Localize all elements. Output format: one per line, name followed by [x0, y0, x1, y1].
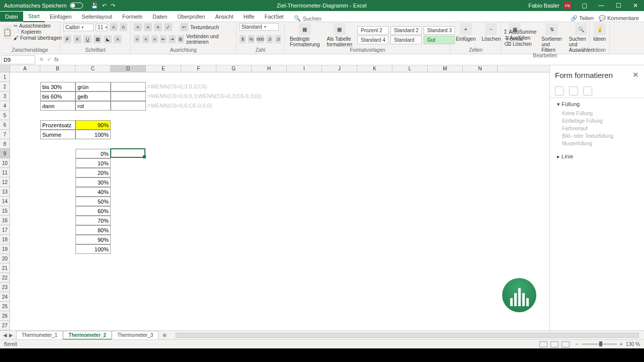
style-gut[interactable]: Gut: [424, 36, 455, 44]
autosave-toggle[interactable]: [70, 3, 83, 9]
align-bot-icon[interactable]: ≡: [154, 23, 162, 31]
cell-J16[interactable]: [322, 216, 357, 225]
cell-A27[interactable]: [10, 321, 40, 330]
cell-A12[interactable]: [10, 177, 40, 187]
cell-I9[interactable]: [287, 149, 322, 158]
cell-M20[interactable]: [428, 254, 463, 263]
clear-button[interactable]: ⌫ Löschen: [504, 41, 536, 47]
fill-opt-gradient[interactable]: Farbverlauf: [557, 125, 637, 132]
cell-J9[interactable]: [322, 149, 357, 158]
view-normal-icon[interactable]: [539, 341, 547, 347]
sheet-tab-2[interactable]: Thermometer_3: [112, 331, 158, 340]
cell-H4[interactable]: [252, 101, 287, 111]
cell-A24[interactable]: [10, 292, 40, 302]
cell-G16[interactable]: [216, 216, 252, 225]
cell-A1[interactable]: [10, 72, 40, 82]
cell-D1[interactable]: [111, 72, 146, 82]
cell-A13[interactable]: [10, 187, 40, 197]
insert-cells-button[interactable]: +Einfügen: [454, 23, 477, 42]
cell-B22[interactable]: [40, 273, 75, 283]
cell-K12[interactable]: [357, 177, 392, 187]
row-header-15[interactable]: 15: [0, 206, 10, 216]
cell-K14[interactable]: [357, 197, 392, 206]
currency-icon[interactable]: $: [239, 35, 246, 43]
sheet-tab-1[interactable]: Thermometer_2: [63, 331, 112, 340]
cell-D20[interactable]: [111, 254, 146, 263]
row-header-27[interactable]: 27: [0, 321, 10, 330]
cell-K9[interactable]: [357, 149, 392, 158]
cell-J27[interactable]: [322, 321, 357, 330]
cell-C27[interactable]: [75, 321, 111, 330]
col-header-F[interactable]: F: [181, 65, 216, 72]
cell-C25[interactable]: [75, 302, 111, 311]
cell-I3[interactable]: [287, 92, 322, 101]
cell-L6[interactable]: [392, 120, 428, 130]
cell-B9[interactable]: [40, 149, 75, 158]
zoom-in-icon[interactable]: +: [620, 341, 623, 347]
cell-K17[interactable]: [357, 225, 392, 235]
tab-start[interactable]: Start: [23, 11, 45, 22]
cell-N15[interactable]: [463, 206, 498, 216]
tab-factset[interactable]: FactSet: [260, 12, 289, 22]
cell-H23[interactable]: [252, 283, 287, 292]
cell-A18[interactable]: [10, 235, 40, 244]
cell-F11[interactable]: [181, 168, 216, 177]
cut-button[interactable]: ✂ Ausschneiden: [14, 23, 62, 29]
cell-A3[interactable]: [10, 92, 40, 101]
cell-H15[interactable]: [252, 206, 287, 216]
cell-F6[interactable]: [181, 120, 216, 130]
cell-G24[interactable]: [216, 292, 252, 302]
cell-K5[interactable]: [357, 111, 392, 120]
cell-K27[interactable]: [357, 321, 392, 330]
row-header-22[interactable]: 22: [0, 273, 10, 283]
cell-A8[interactable]: [10, 139, 40, 149]
cell-D27[interactable]: [111, 321, 146, 330]
cell-N20[interactable]: [463, 254, 498, 263]
cell-F26[interactable]: [181, 311, 216, 321]
cell-E25[interactable]: [146, 302, 181, 311]
format-as-table-button[interactable]: ▦Als Tabelle formatieren: [325, 23, 354, 47]
cell-M21[interactable]: [428, 263, 463, 273]
cell-I1[interactable]: [287, 72, 322, 82]
cell-I13[interactable]: [287, 187, 322, 197]
cell-B16[interactable]: [40, 216, 75, 225]
cell-B8[interactable]: [40, 139, 75, 149]
cell-L18[interactable]: [392, 235, 428, 244]
cell-F5[interactable]: [181, 111, 216, 120]
tab-insert[interactable]: Einfügen: [45, 12, 76, 22]
view-page-icon[interactable]: [550, 341, 558, 347]
cell-C5[interactable]: [75, 111, 111, 120]
cell-L14[interactable]: [392, 197, 428, 206]
cell-M16[interactable]: [428, 216, 463, 225]
search-box[interactable]: 🔍 Suchen: [289, 15, 327, 22]
cell-I6[interactable]: [287, 120, 322, 130]
cell-D2[interactable]: [111, 82, 146, 92]
indent-inc-icon[interactable]: ⇥: [169, 35, 175, 43]
cell-G17[interactable]: [216, 225, 252, 235]
cell-B7[interactable]: Summe: [40, 130, 75, 139]
tab-file[interactable]: Datei: [0, 12, 23, 22]
cell-N16[interactable]: [463, 216, 498, 225]
cell-C7[interactable]: 100%: [75, 130, 111, 139]
cell-C11[interactable]: 20%: [75, 168, 111, 177]
cell-J8[interactable]: [322, 139, 357, 149]
cell-G13[interactable]: [216, 187, 252, 197]
cell-L13[interactable]: [392, 187, 428, 197]
sheet-tab-0[interactable]: Thermometer_1: [16, 331, 63, 340]
cell-D11[interactable]: [111, 168, 146, 177]
cell-F20[interactable]: [181, 254, 216, 263]
cell-L24[interactable]: [392, 292, 428, 302]
row-header-26[interactable]: 26: [0, 311, 10, 321]
cell-G11[interactable]: [216, 168, 252, 177]
user-avatar[interactable]: FB: [564, 2, 572, 10]
cell-H6[interactable]: [252, 120, 287, 130]
row-header-12[interactable]: 12: [0, 177, 10, 187]
cell-M9[interactable]: [428, 149, 463, 158]
worksheet-grid[interactable]: ABCDEFGHIJKLMN 1234567891011121314151617…: [0, 65, 549, 330]
cell-B25[interactable]: [40, 302, 75, 311]
cell-D13[interactable]: [111, 187, 146, 197]
cell-L27[interactable]: [392, 321, 428, 330]
row-header-5[interactable]: 5: [0, 111, 10, 120]
cell-H22[interactable]: [252, 273, 287, 283]
cell-B21[interactable]: [40, 263, 75, 273]
